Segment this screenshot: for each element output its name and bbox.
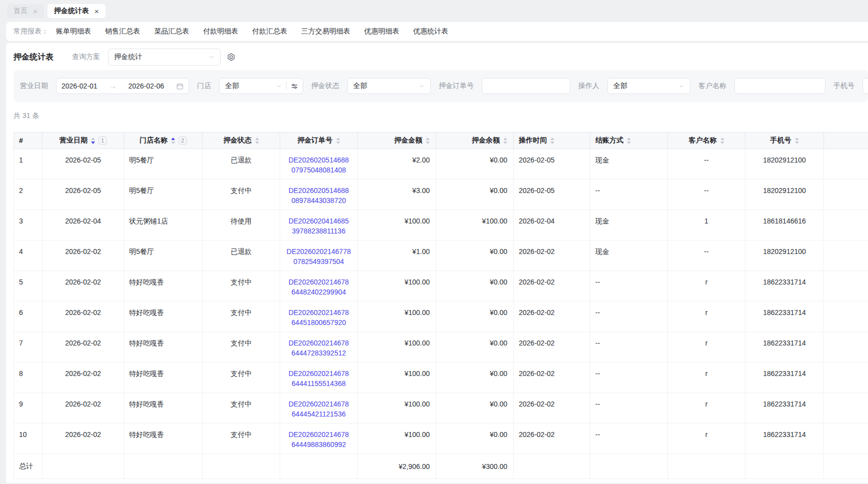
- deposit-order-link[interactable]: DE202602021467864451800657920: [289, 308, 349, 328]
- sort-icon: [426, 138, 430, 144]
- report-link-dish-summary[interactable]: 菜品汇总表: [154, 27, 189, 36]
- cell-business-date: 2026-02-05: [43, 180, 124, 210]
- cell-store-name: 状元粥铺1店: [124, 210, 203, 240]
- cell-settle-method: --: [590, 180, 668, 210]
- divider: [286, 82, 287, 90]
- cell-index: 7: [14, 332, 43, 362]
- deposit-order-link[interactable]: DE202602041468539788238811136: [289, 216, 349, 236]
- tab-bar: 首页 × 押金统计表 ×: [0, 0, 868, 22]
- business-date-range-picker[interactable]: 2026-02-01 → 2026-02-06: [56, 78, 189, 94]
- total-label: 总计: [14, 454, 43, 478]
- cell-deposit-order-no: DE202602051468807975048081408: [280, 149, 358, 179]
- store-filter-sliders-icon[interactable]: [291, 82, 298, 90]
- col-deposit-order-no[interactable]: 押金订单号: [280, 132, 358, 148]
- cell-customer-name: r: [668, 271, 745, 301]
- deposit-status-select[interactable]: 全部: [347, 78, 431, 94]
- total-deposit-balance: ¥300.00: [436, 454, 514, 478]
- deposit-order-no-label: 押金订单号: [439, 82, 474, 90]
- cell-deposit-amount: ¥100.00: [358, 424, 436, 454]
- cell-settle-method: 现金: [590, 149, 668, 179]
- col-deposit-amount[interactable]: 押金金额: [358, 132, 436, 148]
- cell-store-name: 明5餐厅: [124, 240, 203, 270]
- table-row: 7 2026-02-02 特好吃嘎香 支付中 DE202602021467864…: [14, 332, 868, 362]
- col-operate-time[interactable]: 操作时间: [514, 132, 590, 148]
- chevron-down-icon: [678, 83, 684, 89]
- sort-icon: [336, 138, 340, 144]
- report-link-bill-detail[interactable]: 账单明细表: [56, 27, 91, 36]
- cell-settle-method: 现金: [590, 240, 668, 270]
- business-date-label: 营业日期: [20, 82, 48, 90]
- report-link-sales-summary[interactable]: 销售汇总表: [105, 27, 140, 36]
- close-icon[interactable]: ×: [33, 8, 38, 15]
- col-customer-name[interactable]: 客户名称: [668, 132, 745, 148]
- cell-index: 2: [14, 180, 43, 210]
- deposit-order-link[interactable]: DE202602051468807975048081408: [289, 155, 349, 175]
- cell-deposit-status: 支付中: [203, 271, 280, 301]
- report-link-payment-summary[interactable]: 付款汇总表: [252, 27, 287, 36]
- cell-deposit-status: 已退款: [203, 149, 280, 179]
- tab-deposit-stats[interactable]: 押金统计表 ×: [48, 4, 106, 18]
- chevron-down-icon: [276, 83, 282, 89]
- table-row: 1 2026-02-05 明5餐厅 已退款 DE2026020514688079…: [14, 149, 868, 180]
- cell-operate-time: 2026-02-02: [514, 393, 590, 423]
- customer-name-input[interactable]: [734, 78, 825, 94]
- query-plan-select[interactable]: 押金统计: [108, 48, 221, 66]
- cell-phone: 18622331714: [745, 362, 824, 392]
- table-row: 9 2026-02-02 特好吃嘎香 支付中 DE202602021467864…: [14, 393, 868, 424]
- cell-deposit-balance: ¥0.00: [436, 180, 514, 210]
- report-link-thirdparty-detail[interactable]: 三方交易明细表: [301, 27, 350, 36]
- tab-home[interactable]: 首页 ×: [7, 4, 44, 18]
- cell-business-date: 2026-02-05: [43, 149, 124, 179]
- col-phone[interactable]: 手机号: [745, 132, 824, 148]
- deposit-order-link[interactable]: DE202602051468808978443038720: [289, 186, 349, 206]
- cell-deposit-status: 支付中: [203, 180, 280, 210]
- deposit-order-link[interactable]: DE202602021467780782549397504: [287, 246, 351, 266]
- deposit-order-link[interactable]: DE202602021467864441155514368: [289, 368, 349, 388]
- cell-empty: [824, 424, 868, 454]
- cell-index: 10: [14, 424, 43, 454]
- cell-deposit-status: 支付中: [203, 362, 280, 392]
- deposit-table: # 营业日期 1 门店名称 2 押金状态 押金订单号 押金金额: [14, 132, 868, 479]
- gear-icon: [227, 52, 236, 62]
- cell-operate-time: 2026-02-02: [514, 271, 590, 301]
- report-link-payment-detail[interactable]: 付款明细表: [203, 27, 238, 36]
- col-deposit-status[interactable]: 押金状态: [203, 132, 280, 148]
- operator-select[interactable]: 全部: [607, 78, 690, 94]
- report-link-discount-detail[interactable]: 优惠明细表: [364, 27, 399, 36]
- deposit-order-link[interactable]: DE202602021467864447283392512: [289, 338, 349, 358]
- phone-input[interactable]: [862, 78, 868, 94]
- cell-store-name: 明5餐厅: [124, 149, 203, 179]
- cell-customer-name: --: [668, 149, 745, 179]
- deposit-order-link[interactable]: DE202602021467864449883860992: [289, 430, 349, 450]
- col-deposit-balance[interactable]: 押金余额: [436, 132, 514, 148]
- cell-deposit-amount: ¥100.00: [358, 362, 436, 392]
- query-plan-label: 查询方案: [72, 52, 100, 62]
- report-link-discount-summary[interactable]: 优惠统计表: [413, 27, 448, 36]
- store-select[interactable]: 全部: [219, 78, 303, 94]
- col-settle-method[interactable]: 结账方式: [590, 132, 668, 148]
- cell-deposit-status: 支付中: [203, 393, 280, 423]
- close-icon[interactable]: ×: [95, 8, 99, 15]
- sort-icon: [255, 138, 259, 144]
- operator-value: 全部: [613, 82, 627, 90]
- query-plan-settings-button[interactable]: [227, 52, 236, 62]
- cell-operate-time: 2026-02-02: [514, 240, 590, 270]
- cell-index: 4: [14, 240, 43, 270]
- cell-deposit-balance: ¥0.00: [436, 240, 514, 270]
- cell-deposit-amount: ¥1.00: [358, 240, 436, 270]
- col-store-name[interactable]: 门店名称 2: [124, 132, 203, 148]
- cell-deposit-order-no: DE202602041468539788238811136: [280, 210, 358, 240]
- cell-settle-method: --: [590, 302, 668, 332]
- deposit-order-link[interactable]: DE202602021467864482402299904: [289, 277, 349, 297]
- col-business-date[interactable]: 营业日期 1: [43, 132, 124, 148]
- cell-deposit-order-no: DE202602021467864441155514368: [280, 362, 358, 392]
- deposit-order-link[interactable]: DE202602021467864445421121536: [289, 399, 349, 419]
- cell-deposit-order-no: DE202602021467864445421121536: [280, 393, 358, 423]
- store-value: 全部: [225, 82, 239, 90]
- cell-deposit-status: 支付中: [203, 302, 280, 332]
- cell-deposit-balance: ¥0.00: [436, 271, 514, 301]
- cell-phone: 18202912100: [745, 180, 824, 210]
- deposit-order-no-input[interactable]: [482, 78, 570, 94]
- cell-empty: [824, 332, 868, 362]
- cell-phone: 18622331714: [745, 424, 824, 454]
